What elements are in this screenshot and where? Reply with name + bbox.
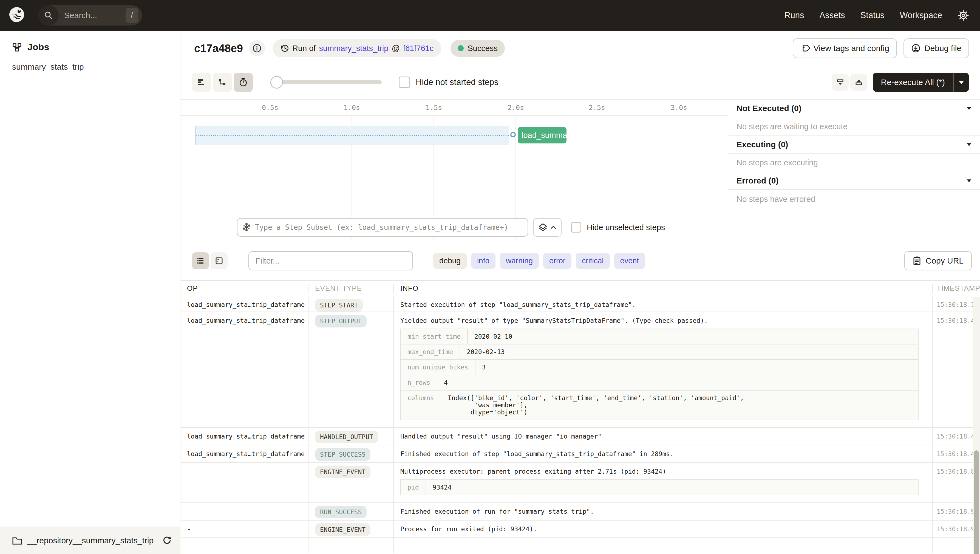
jobs-title: Jobs [27, 42, 49, 53]
op-cell [181, 538, 309, 554]
log-scrollbar-track[interactable] [973, 297, 980, 554]
jobs-icon [12, 42, 22, 52]
level-badge-error[interactable]: error [543, 253, 571, 269]
column-header-info: INFO [394, 284, 933, 293]
waterfall-view-button[interactable] [213, 73, 232, 92]
gantt-step-bar[interactable]: load_summary_ [518, 127, 566, 143]
search-placeholder: Search... [64, 11, 97, 20]
gantt-toolbar: Hide not started steps Re-execute All (*… [181, 69, 980, 96]
jobs-header: Jobs [0, 31, 180, 53]
log-filter-input[interactable] [248, 251, 413, 271]
zoom-slider[interactable] [270, 73, 382, 92]
level-badge-info[interactable]: info [471, 253, 495, 269]
level-badge-event[interactable]: event [614, 253, 645, 269]
nav-item-status[interactable]: Status [861, 10, 885, 20]
run-of-pill: Run of summary_stats_trip @ f61f761c [272, 39, 441, 57]
timed-view-button[interactable] [234, 73, 253, 92]
level-badge-critical[interactable]: critical [576, 253, 609, 269]
history-icon [280, 44, 289, 53]
log-table-body: load_summary_sta…trip_dataframe STEP_STA… [181, 296, 980, 554]
panel-section-title: Errored (0) [737, 176, 778, 185]
nav-item-assets[interactable]: Assets [819, 10, 845, 20]
table-row-empty [181, 538, 980, 554]
info-icon[interactable] [249, 40, 265, 56]
pipeline-link[interactable]: summary_stats_trip [319, 44, 388, 53]
nav-item-runs[interactable]: Runs [784, 10, 804, 20]
debug-file-button[interactable]: Debug file [904, 38, 969, 58]
repository-name: __repository__summary_stats_trip [27, 536, 154, 545]
nav-item-workspace[interactable]: Workspace [900, 10, 942, 20]
chevron-down-icon [959, 81, 964, 84]
clipboard-icon [913, 256, 921, 266]
metadata-table: min_start_time 2020-02-10 max_end_time 2… [400, 329, 919, 420]
copy-url-button[interactable]: Copy URL [904, 251, 972, 271]
event-type-badge: RUN_SUCCESS [315, 506, 367, 518]
info-cell: Started execution of step "load_summary_… [394, 296, 933, 312]
level-badge-debug[interactable]: debug [433, 253, 467, 269]
header-buttons: View tags and config Debug file [793, 38, 969, 58]
info-text: Finished execution of run for "summary_s… [400, 508, 924, 515]
metadata-entry: n_rows 4 [400, 375, 919, 390]
op-cell: load_summary_sta…trip_dataframe [181, 312, 309, 427]
gear-icon[interactable] [958, 10, 969, 21]
event-type-badge: STEP_START [315, 299, 363, 312]
zoom-to-fit-up-icon[interactable] [850, 74, 867, 91]
view-tags-config-button[interactable]: View tags and config [793, 38, 897, 58]
metadata-entry: num_unique_bikes 3 [400, 359, 919, 375]
metadata-value: 2020-02-10 [468, 329, 918, 344]
log-structured-view-button[interactable] [211, 252, 228, 269]
graph-query-toggle-button[interactable] [533, 218, 562, 237]
metadata-entry: columns Index(['bike_id', 'color', 'star… [400, 390, 919, 420]
event-type-cell: ENGINE_EVENT [309, 463, 394, 502]
event-type-cell: RUN_SUCCESS [309, 503, 394, 520]
panel-section-errored[interactable]: Errored (0) [728, 172, 980, 190]
hide-not-started-checkbox[interactable] [399, 76, 410, 88]
step-subset-input[interactable] [237, 218, 528, 237]
status-badge: Success [450, 40, 505, 57]
refresh-icon[interactable] [162, 536, 172, 545]
hide-not-started-control: Hide not started steps [399, 76, 498, 88]
view-tags-config-label: View tags and config [813, 44, 889, 53]
info-text: Handled output "result" using IO manager… [400, 433, 924, 440]
zoom-slider-track[interactable] [270, 80, 382, 84]
panel-section-body: No steps are waiting to execute [728, 117, 980, 136]
info-text: Yielded output "result" of type "Summary… [400, 317, 924, 324]
table-row: - RUN_SUCCESS Finished execution of run … [181, 503, 980, 521]
metadata-entry: min_start_time 2020-02-10 [400, 329, 919, 344]
search-icon [38, 5, 59, 25]
metadata-value: Index(['bike_id', 'color', 'start_time',… [441, 390, 918, 420]
flat-view-button[interactable] [192, 73, 211, 92]
table-row: load_summary_sta…trip_dataframe STEP_STA… [181, 296, 980, 312]
info-cell: Finished execution of run for "summary_s… [394, 503, 933, 520]
dagster-logo[interactable] [8, 6, 26, 24]
event-type-badge: ENGINE_EVENT [315, 523, 371, 536]
log-list-view-button[interactable] [192, 252, 209, 269]
axis-tick: 1.0s [344, 103, 360, 111]
op-cell: load_summary_sta…trip_dataframe [181, 428, 309, 445]
log-scrollbar-thumb[interactable] [974, 451, 979, 554]
chevron-down-icon [967, 107, 971, 110]
search-input[interactable]: Search... / [38, 5, 142, 25]
info-cell: Process for run exited (pid: 93424). [394, 521, 933, 537]
commit-link[interactable]: f61f761c [403, 44, 434, 53]
gantt-chart: 0.5s 1.0s 1.5s 2.0s 2.5s 3.0s load_summa… [181, 100, 728, 241]
op-selector-icon [241, 222, 252, 232]
info-cell: Handled output "result" using IO manager… [394, 428, 933, 445]
panel-section-executing[interactable]: Executing (0) [728, 136, 980, 154]
info-cell: Finished execution of step "load_summary… [394, 446, 933, 462]
sidebar-item-summary-stats-trip[interactable]: summary_stats_trip [0, 62, 180, 72]
panel-section-body: No steps have errored [728, 190, 980, 209]
reexecute-dropdown-button[interactable] [953, 73, 969, 92]
zoom-to-fit-down-icon[interactable] [832, 74, 849, 91]
success-dot-icon [458, 45, 464, 51]
panel-section-title: Not Executed (0) [737, 103, 802, 113]
zoom-slider-knob[interactable] [270, 76, 283, 89]
table-row: - ENGINE_EVENT Process for run exited (p… [181, 521, 980, 538]
hide-unselected-control: Hide unselected steps [571, 222, 665, 232]
metadata-key: n_rows [401, 375, 438, 390]
level-badge-warning[interactable]: warning [500, 253, 539, 269]
panel-section-not-executed[interactable]: Not Executed (0) [728, 100, 980, 117]
hide-unselected-checkbox[interactable] [571, 222, 581, 232]
table-row: - ENGINE_EVENT Multiprocess executor: pa… [181, 463, 980, 503]
reexecute-all-button[interactable]: Re-execute All (*) [873, 78, 953, 87]
